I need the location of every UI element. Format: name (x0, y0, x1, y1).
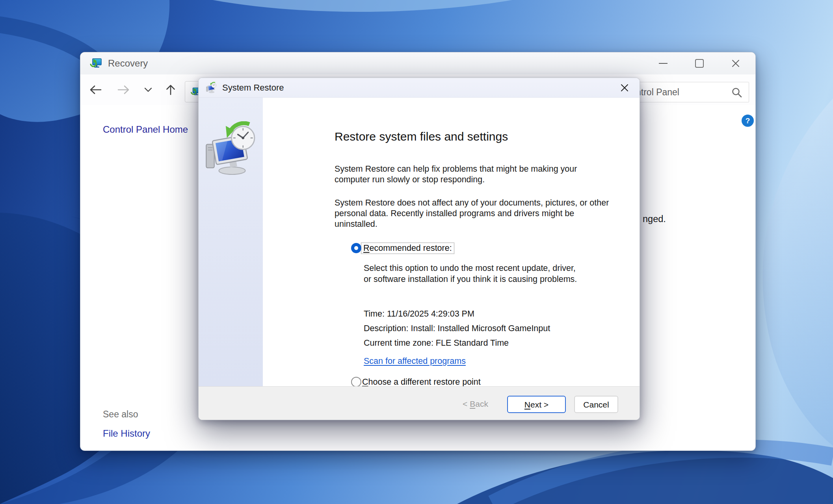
paragraph-detail-line1: System Restore does not affect any of yo… (335, 198, 609, 208)
minimize-button[interactable] (645, 52, 681, 74)
back-rest: ack (475, 399, 488, 408)
recovery-app-icon (89, 57, 102, 69)
next-button[interactable]: Next > (507, 396, 566, 413)
radio-recommended-restore[interactable] (351, 243, 361, 253)
search-input[interactable]: ntrol Panel (635, 82, 749, 102)
dialog-sidebar (199, 98, 263, 386)
dialog-titlebar[interactable]: System Restore (199, 78, 640, 98)
radio-selected-dot (354, 246, 358, 250)
chevron-down-icon (143, 87, 153, 93)
close-button[interactable] (718, 52, 754, 74)
access-key: N (524, 400, 530, 409)
up-arrow-icon (165, 83, 176, 96)
content-text-fragment: nged. (643, 214, 666, 224)
back-nav-button[interactable] (85, 74, 107, 105)
back-prefix: < (463, 399, 470, 408)
sidebar-item-control-panel-home[interactable]: Control Panel Home (103, 124, 188, 135)
next-rest: ext > (530, 400, 549, 409)
close-icon (731, 59, 740, 68)
dialog-title: System Restore (222, 83, 284, 93)
system-restore-dialog: System Restore (198, 78, 640, 420)
dialog-heading: Restore system files and settings (335, 130, 508, 143)
sidebar-item-file-history[interactable]: File History (103, 428, 150, 439)
paragraph-intro: System Restore can help fix problems tha… (335, 164, 577, 185)
recovery-window-title: Recovery (108, 58, 148, 69)
paragraph-intro-line2: computer run slowly or stop responding. (335, 174, 577, 185)
recommended-description-line2: or software installation if you think it… (364, 274, 577, 285)
maximize-icon (695, 59, 704, 68)
label-text: hoose a different restore point (368, 377, 481, 387)
forward-nav-button[interactable] (112, 74, 134, 105)
access-key: C (362, 377, 368, 387)
access-key: R (363, 243, 370, 253)
recent-locations-button[interactable] (137, 74, 159, 105)
dialog-close-button[interactable] (614, 78, 636, 98)
recovery-titlebar[interactable]: Recovery (80, 52, 755, 74)
label-text: ecommended restore: (370, 243, 452, 253)
back-button[interactable]: < Back (446, 396, 505, 413)
paragraph-detail-line2: personal data. Recently installed progra… (335, 208, 609, 219)
back-arrow-icon (89, 84, 103, 95)
paragraph-detail-line3: uninstalled. (335, 219, 609, 230)
scan-affected-programs-link[interactable]: Scan for affected programs (364, 356, 466, 366)
search-icon[interactable] (731, 87, 742, 98)
cancel-button[interactable]: Cancel (574, 396, 618, 413)
system-restore-icon (206, 82, 218, 94)
paragraph-intro-line1: System Restore can help fix problems tha… (335, 164, 577, 174)
system-restore-watermark (203, 121, 261, 179)
recommended-description: Select this option to undo the most rece… (364, 263, 577, 285)
maximize-button[interactable] (681, 52, 718, 74)
window-controls (645, 52, 754, 74)
paragraph-detail: System Restore does not affect any of yo… (335, 198, 609, 230)
up-nav-button[interactable] (160, 74, 182, 105)
minimize-icon (659, 63, 668, 64)
dialog-footer: < Back Next > Cancel (199, 386, 640, 420)
help-question-glyph: ? (746, 117, 750, 125)
dialog-body: Restore system files and settings System… (199, 98, 640, 386)
radio-choose-different-label[interactable]: Choose a different restore point (362, 377, 481, 387)
recommended-description-line1: Select this option to undo the most rece… (364, 263, 577, 274)
cancel-label: Cancel (583, 400, 609, 409)
restore-point-time: Time: 11/16/2025 4:29:03 PM (364, 309, 474, 319)
search-text-fragment: ntrol Panel (636, 87, 679, 98)
forward-arrow-icon (116, 84, 130, 95)
restore-point-description: Description: Install: Installed Microsof… (364, 324, 550, 334)
close-icon (620, 83, 629, 93)
restore-point-timezone: Current time zone: FLE Standard Time (364, 338, 509, 348)
see-also-heading: See also (103, 409, 138, 420)
access-key: B (470, 399, 475, 408)
radio-recommended-label[interactable]: Recommended restore: (361, 243, 454, 254)
radio-choose-different[interactable] (351, 377, 361, 387)
help-button[interactable]: ? (742, 115, 754, 127)
